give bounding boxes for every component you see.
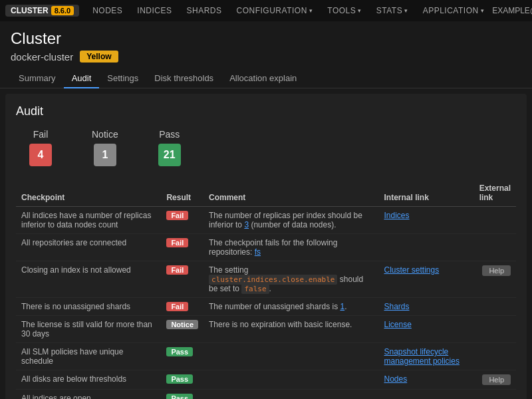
internal-link-cell: Cluster settings [379, 261, 474, 298]
result-cell: Pass [161, 390, 203, 400]
cluster-badge[interactable]: CLUSTER 8.6.0 [5, 5, 79, 17]
external-link-cell: Help [474, 261, 516, 298]
version-badge: 8.6.0 [51, 6, 74, 15]
internal-link[interactable]: Snapshot lifecycle management policies [384, 347, 460, 366]
result-cell: Fail [161, 261, 203, 298]
checkpoint-cell: All indices have a number of replicas in… [16, 207, 161, 234]
tab-summary[interactable]: Summary [11, 69, 64, 88]
internal-link[interactable]: Nodes [384, 374, 408, 384]
comment-cell: The setting cluster.indices.close.enable… [203, 261, 378, 298]
status-badge: Yellow [80, 51, 118, 63]
cluster-name-row: docker-cluster Yellow [11, 51, 521, 63]
chevron-down-icon: ▾ [481, 7, 485, 14]
checkpoint-cell: Closing an index is not allowed [16, 261, 161, 298]
internal-link[interactable]: Cluster settings [384, 265, 440, 275]
comment-link[interactable]: 1 [340, 302, 344, 311]
internal-link-cell: License [379, 316, 474, 343]
comment-link[interactable]: fs [255, 247, 261, 257]
nav-tools[interactable]: TOOLS ▾ [321, 0, 368, 21]
notice-label: Notice [92, 129, 118, 140]
result-cell: Notice [161, 316, 203, 343]
result-cell: Fail [161, 298, 203, 316]
internal-link-cell: Shards [379, 298, 474, 316]
comment-cell: The number of unassigned shards is 1. [203, 298, 378, 316]
result-badge: Fail [166, 265, 188, 275]
topnav-right: EXAMPLE@EXAMPLE.COM 🌙 [492, 6, 532, 15]
chevron-down-icon: ▾ [404, 7, 408, 14]
external-link-cell [474, 207, 516, 234]
table-row: All disks are below thresholdsPassNodesH… [16, 370, 516, 390]
th-result: Result [161, 180, 203, 207]
page-header: Cluster docker-cluster Yellow [0, 21, 532, 63]
table-row: Closing an index is not allowedFailThe s… [16, 261, 516, 298]
notice-count: 1 [94, 144, 116, 166]
comment-cell: There is no expiration with basic licens… [203, 316, 378, 343]
th-internal-link: Internal link [379, 180, 474, 207]
tab-allocation-explain[interactable]: Allocation explain [221, 69, 305, 88]
help-button[interactable]: Help [482, 265, 511, 276]
internal-link[interactable]: Indices [384, 211, 410, 220]
nav-shards[interactable]: SHARDS [180, 0, 229, 21]
comment-cell [203, 370, 378, 390]
result-badge: Pass [166, 394, 193, 399]
cluster-name: docker-cluster [11, 51, 73, 63]
nav-indices[interactable]: INDICES [130, 0, 178, 21]
section-title: Audit [16, 104, 516, 118]
comment-cell: The checkpoint fails for the following r… [203, 234, 378, 261]
internal-link[interactable]: License [384, 320, 412, 329]
result-cell: Fail [161, 234, 203, 261]
comment-cell: The number of replicas per index should … [203, 207, 378, 234]
result-badge: Pass [166, 347, 193, 356]
internal-link-cell: Nodes [379, 370, 474, 390]
help-button[interactable]: Help [482, 374, 511, 385]
table-row: There is no unassigned shardsFailThe num… [16, 298, 516, 316]
th-external-link: Externallink [474, 180, 516, 207]
checkpoint-cell: All repositories are connected [16, 234, 161, 261]
fail-label: Fail [33, 129, 49, 140]
page-title: Cluster [11, 29, 521, 48]
tab-bar: Summary Audit Settings Disk thresholds A… [0, 69, 532, 88]
result-badge: Fail [166, 302, 188, 311]
result-cell: Fail [161, 207, 203, 234]
th-checkpoint: Checkpoint [16, 180, 161, 207]
audit-pass-box: Pass 21 [158, 129, 181, 166]
fail-count: 4 [29, 144, 52, 166]
audit-notice-box: Notice 1 [92, 129, 118, 166]
result-cell: Pass [161, 370, 203, 390]
external-link-cell [474, 343, 516, 370]
table-row: All SLM policies have unique schedulePas… [16, 343, 516, 370]
nav-stats[interactable]: STATS ▾ [370, 0, 415, 21]
result-cell: Pass [161, 343, 203, 370]
nav-configuration[interactable]: CONFIGURATION ▾ [230, 0, 320, 21]
audit-fail-box: Fail 4 [29, 129, 52, 166]
pass-count: 21 [158, 144, 181, 166]
internal-link-cell [379, 390, 474, 400]
table-row: The license is still valid for more than… [16, 316, 516, 343]
external-link-cell [474, 234, 516, 261]
nav-nodes[interactable]: NODES [86, 0, 129, 21]
table-row: All indices have a number of replicas in… [16, 207, 516, 234]
code-false: false [241, 284, 269, 294]
checkpoint-cell: All disks are below thresholds [16, 370, 161, 390]
user-email[interactable]: EXAMPLE@EXAMPLE.COM [492, 6, 532, 15]
result-badge: Pass [166, 374, 193, 384]
tab-settings[interactable]: Settings [99, 69, 146, 88]
checkpoint-cell: All indices are open [16, 390, 161, 400]
internal-link[interactable]: Shards [384, 302, 410, 311]
top-navigation: CLUSTER 8.6.0 NODES INDICES SHARDS CONFI… [0, 0, 532, 21]
table-row: All repositories are connectedFailThe ch… [16, 234, 516, 261]
tab-audit[interactable]: Audit [64, 69, 100, 88]
main-content: Audit Fail 4 Notice 1 Pass 21 Checkpoint… [5, 94, 527, 399]
cluster-label: CLUSTER [11, 6, 49, 15]
chevron-down-icon: ▾ [309, 7, 313, 14]
external-link-cell: Help [474, 370, 516, 390]
table-row: All indices are openPass [16, 390, 516, 400]
tab-disk-thresholds[interactable]: Disk thresholds [146, 69, 221, 88]
internal-link-cell [379, 234, 474, 261]
comment-link[interactable]: 3 [244, 220, 249, 229]
nav-application[interactable]: APPLICATION ▾ [416, 0, 491, 21]
result-badge: Fail [166, 238, 188, 247]
chevron-down-icon: ▾ [358, 7, 362, 14]
audit-table: Checkpoint Result Comment Internal link … [16, 180, 516, 399]
internal-link-cell: Indices [379, 207, 474, 234]
